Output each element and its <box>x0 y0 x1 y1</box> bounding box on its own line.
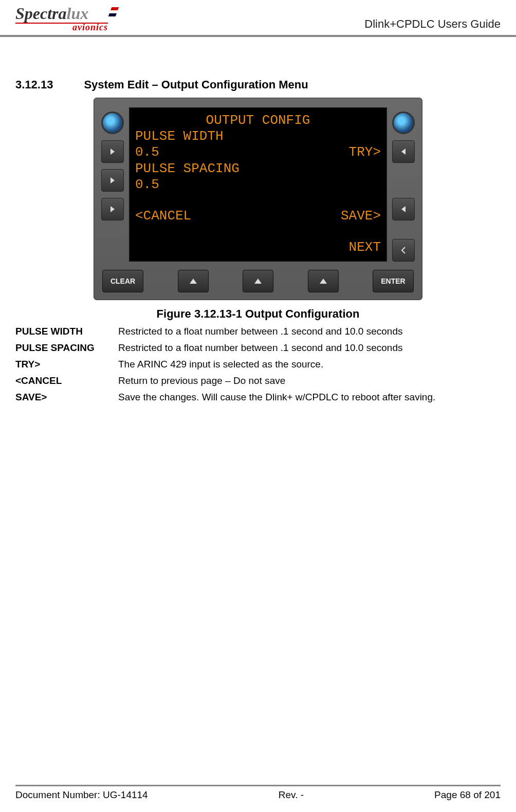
svg-marker-4 <box>401 206 406 212</box>
device-bottom-row: CLEAR ENTER <box>101 270 415 292</box>
definition-description: The ARINC 429 input is selected as the s… <box>118 359 501 370</box>
screen-row-7: <CANCEL SAVE> <box>135 208 381 224</box>
triangle-left-icon <box>399 147 408 156</box>
pulse-spacing-value: 0.5 <box>135 177 159 193</box>
flag-icon <box>108 7 119 16</box>
section-title: System Edit – Output Configuration Menu <box>84 78 308 91</box>
definition-description: Save the changes. Will cause the Dlink+ … <box>118 392 501 403</box>
section-heading: 3.12.13 System Edit – Output Configurati… <box>15 78 501 91</box>
triangle-up-icon <box>319 278 328 285</box>
figure-caption: Figure 3.12.13-1 Output Configuration <box>15 307 501 321</box>
definitions-list: PULSE WIDTH Restricted to a float number… <box>15 326 501 403</box>
screen-row-2: PULSE WIDTH <box>135 128 381 144</box>
up-arrow-button-1[interactable] <box>178 270 209 292</box>
logo-subtext: avionics <box>15 23 108 32</box>
svg-marker-6 <box>254 279 262 284</box>
svg-marker-5 <box>190 279 197 284</box>
screen-blank-row-2 <box>135 224 381 239</box>
definition-term: <CANCEL <box>15 375 118 386</box>
definition-row: <CANCEL Return to previous page – Do not… <box>15 375 501 386</box>
lsk-left-1[interactable] <box>101 140 124 163</box>
screen-row-9: NEXT <box>135 239 381 255</box>
lsk-right-4[interactable] <box>392 239 415 262</box>
logo-text-2: lux <box>67 4 89 23</box>
lsk-left-2[interactable] <box>101 169 124 192</box>
clear-button[interactable]: CLEAR <box>102 270 143 292</box>
try-softkey: TRY> <box>349 144 381 160</box>
screen-row-4: PULSE SPACING <box>135 161 381 177</box>
definition-description: Restricted to a float number between .1 … <box>118 326 501 337</box>
up-arrow-button-3[interactable] <box>308 270 339 292</box>
definition-row: TRY> The ARINC 429 input is selected as … <box>15 359 501 370</box>
triangle-up-icon <box>253 278 263 285</box>
definition-term: TRY> <box>15 359 118 370</box>
save-softkey: SAVE> <box>341 208 381 224</box>
chevron-left-icon <box>399 246 408 254</box>
device-screen: OUTPUT CONFIG PULSE WIDTH 0.5 TRY> PULSE… <box>129 107 387 262</box>
left-side-buttons <box>101 107 124 262</box>
triangle-right-icon <box>108 176 117 184</box>
definition-term: PULSE SPACING <box>15 342 118 354</box>
footer-page-number: Page 68 of 201 <box>434 789 501 801</box>
svg-marker-2 <box>110 206 115 212</box>
svg-marker-3 <box>401 149 406 155</box>
triangle-right-icon <box>108 147 117 156</box>
led-indicator-right <box>392 112 415 134</box>
company-logo: Spectralux avionics <box>15 5 108 32</box>
screen-row-5: 0.5 <box>135 177 381 193</box>
definition-term: SAVE> <box>15 392 118 403</box>
section-number: 3.12.13 <box>15 78 53 91</box>
triangle-left-icon <box>399 205 408 213</box>
pulse-width-label: PULSE WIDTH <box>135 128 224 144</box>
page-header: Spectralux avionics Dlink+CPDLC Users Gu… <box>0 0 516 37</box>
lsk-right-1[interactable] <box>392 140 415 163</box>
lsk-right-3[interactable] <box>392 198 415 220</box>
definition-term: PULSE WIDTH <box>15 326 118 337</box>
definition-description: Restricted to a float number between .1 … <box>118 342 501 354</box>
footer-doc-number: Document Number: UG-14114 <box>15 789 148 801</box>
page-footer: Document Number: UG-14114 Rev. - Page 68… <box>15 785 501 801</box>
lsk-left-3[interactable] <box>101 198 124 220</box>
definition-row: SAVE> Save the changes. Will cause the D… <box>15 392 501 403</box>
document-title: Dlink+CPDLC Users Guide <box>364 17 501 32</box>
triangle-up-icon <box>189 278 198 285</box>
page-content: 3.12.13 System Edit – Output Configurati… <box>0 37 516 403</box>
up-arrow-button-2[interactable] <box>243 270 273 292</box>
definition-row: PULSE WIDTH Restricted to a float number… <box>15 326 501 337</box>
pulse-spacing-label: PULSE SPACING <box>135 161 239 177</box>
footer-revision: Rev. - <box>279 789 304 801</box>
cancel-softkey: <CANCEL <box>135 208 191 224</box>
svg-marker-0 <box>110 149 115 155</box>
screen-blank-row <box>135 193 381 208</box>
right-side-buttons <box>392 107 415 262</box>
lsk-right-spacer <box>392 169 415 192</box>
device-main-row: OUTPUT CONFIG PULSE WIDTH 0.5 TRY> PULSE… <box>101 107 415 262</box>
svg-marker-7 <box>320 279 327 284</box>
next-softkey: NEXT <box>349 239 381 255</box>
definition-row: PULSE SPACING Restricted to a float numb… <box>15 342 501 354</box>
pulse-width-value: 0.5 <box>135 144 159 160</box>
screen-row-3: 0.5 TRY> <box>135 144 381 160</box>
triangle-right-icon <box>108 205 117 213</box>
led-indicator-left <box>101 112 124 134</box>
device-panel: OUTPUT CONFIG PULSE WIDTH 0.5 TRY> PULSE… <box>94 98 422 300</box>
enter-button[interactable]: ENTER <box>373 270 414 292</box>
svg-marker-1 <box>110 177 115 183</box>
definition-description: Return to previous page – Do not save <box>118 375 501 386</box>
logo-text-1: Spectra <box>15 4 67 23</box>
screen-title: OUTPUT CONFIG <box>135 113 381 128</box>
